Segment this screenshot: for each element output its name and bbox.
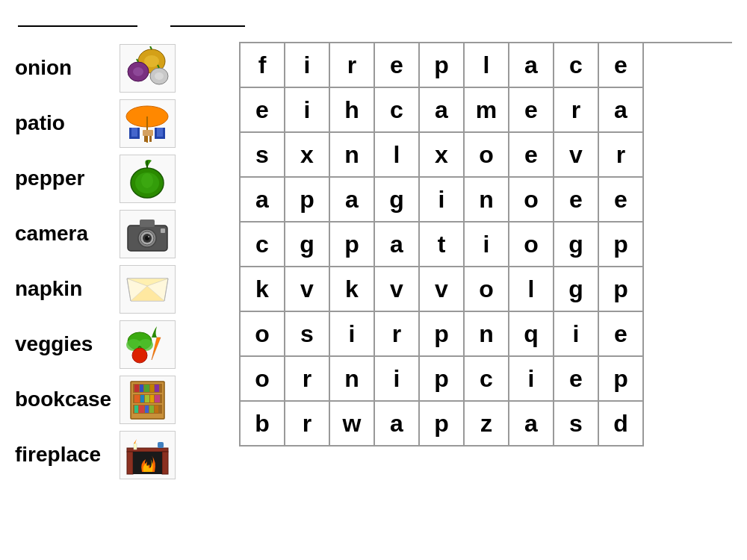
grid-cell[interactable]: o xyxy=(465,133,509,178)
grid-cell[interactable]: o xyxy=(509,178,554,223)
grid-cell[interactable]: g xyxy=(554,223,599,267)
grid-cell[interactable]: c xyxy=(554,43,599,88)
grid-cell[interactable]: r xyxy=(330,43,375,88)
grid-cell[interactable]: s xyxy=(285,312,330,357)
grid-cell[interactable]: a xyxy=(420,88,465,133)
grid-cell[interactable]: i xyxy=(285,43,330,88)
grid-cell[interactable]: i xyxy=(420,178,465,223)
grid-cell[interactable]: c xyxy=(465,357,509,402)
fireplace-icon xyxy=(123,433,172,476)
grid-cell[interactable]: i xyxy=(509,357,554,402)
grid-cell[interactable]: a xyxy=(375,402,420,447)
grid-cell[interactable]: p xyxy=(330,223,375,267)
grid-cell[interactable]: d xyxy=(599,402,644,447)
grid-cell[interactable]: e xyxy=(241,88,285,133)
name-field xyxy=(15,15,137,27)
svg-rect-27 xyxy=(140,220,155,227)
grid-cell[interactable]: g xyxy=(375,178,420,223)
grid-cell[interactable]: b xyxy=(241,402,285,447)
grid-cell[interactable]: c xyxy=(241,223,285,267)
list-item: onion xyxy=(15,42,224,94)
grid-cell[interactable]: p xyxy=(420,402,465,447)
grid-cell[interactable]: e xyxy=(599,43,644,88)
grid-cell[interactable]: c xyxy=(375,88,420,133)
grid-cell[interactable]: k xyxy=(330,267,375,312)
grid-cell[interactable]: i xyxy=(554,312,599,357)
grid-cell[interactable]: e xyxy=(509,88,554,133)
grid-cell[interactable]: i xyxy=(285,88,330,133)
grid-cell[interactable]: l xyxy=(375,133,420,178)
word-label-pepper: pepper xyxy=(15,167,112,190)
grid-cell[interactable]: r xyxy=(285,357,330,402)
grid-cell[interactable]: v xyxy=(554,133,599,178)
grid-cell[interactable]: h xyxy=(330,88,375,133)
grid-cell[interactable]: r xyxy=(599,133,644,178)
grid-cell[interactable]: p xyxy=(420,312,465,357)
svg-rect-63 xyxy=(127,448,168,452)
grid-cell[interactable]: x xyxy=(285,133,330,178)
grid-cell[interactable]: i xyxy=(330,312,375,357)
grid-cell[interactable]: w xyxy=(330,402,375,447)
grid-cell[interactable]: g xyxy=(285,223,330,267)
grid-cell[interactable]: p xyxy=(599,223,644,267)
grid-cell[interactable]: t xyxy=(420,223,465,267)
grid-cell[interactable]: n xyxy=(465,178,509,223)
svg-rect-61 xyxy=(149,405,154,413)
grid-cell[interactable]: p xyxy=(420,43,465,88)
grid-cell[interactable]: p xyxy=(599,267,644,312)
grid-cell[interactable]: r xyxy=(554,88,599,133)
image-patio xyxy=(120,99,176,148)
grid-cell[interactable]: e xyxy=(599,312,644,357)
grid-cell[interactable]: m xyxy=(465,88,509,133)
grid-cell[interactable]: i xyxy=(375,357,420,402)
svg-rect-59 xyxy=(139,405,144,413)
grid-cell[interactable]: p xyxy=(285,178,330,223)
grid-cell[interactable]: a xyxy=(599,88,644,133)
grid-cell[interactable]: o xyxy=(241,357,285,402)
grid-cell[interactable]: n xyxy=(465,312,509,357)
grid-cell[interactable]: s xyxy=(554,402,599,447)
grid-cell[interactable]: z xyxy=(465,402,509,447)
bookcase-icon xyxy=(123,378,172,421)
grid-cell[interactable]: a xyxy=(241,178,285,223)
grid-cell[interactable]: v xyxy=(420,267,465,312)
grid-cell[interactable]: o xyxy=(241,312,285,357)
grid-cell[interactable]: a xyxy=(509,43,554,88)
grid-cell[interactable]: a xyxy=(330,178,375,223)
grid-cell[interactable]: v xyxy=(375,267,420,312)
grid-cell[interactable]: g xyxy=(554,267,599,312)
grid-cell[interactable]: f xyxy=(241,43,285,88)
svg-rect-52 xyxy=(155,385,159,392)
grid-cell[interactable]: a xyxy=(509,402,554,447)
word-label-patio: patio xyxy=(15,111,112,135)
svg-rect-49 xyxy=(140,385,143,392)
image-fireplace xyxy=(120,431,176,479)
grid-cell[interactable]: r xyxy=(375,312,420,357)
grid-cell[interactable]: n xyxy=(330,133,375,178)
grid-cell[interactable]: p xyxy=(599,357,644,402)
grid-cell[interactable]: q xyxy=(509,312,554,357)
svg-point-7 xyxy=(155,72,164,80)
grid-cell[interactable]: e xyxy=(599,178,644,223)
grid-cell[interactable]: k xyxy=(241,267,285,312)
word-label-bookcase: bookcase xyxy=(15,388,112,411)
grid-cell[interactable]: a xyxy=(375,223,420,267)
grid-cell[interactable]: e xyxy=(375,43,420,88)
grid-cell[interactable]: x xyxy=(420,133,465,178)
grid-cell[interactable]: s xyxy=(241,133,285,178)
grid-cell[interactable]: r xyxy=(285,402,330,447)
grid-cell[interactable]: e xyxy=(509,133,554,178)
grid-cell[interactable]: p xyxy=(420,357,465,402)
grid-cell[interactable]: o xyxy=(465,267,509,312)
grid-cell[interactable]: i xyxy=(465,223,509,267)
image-bookcase xyxy=(120,376,176,424)
grid-cell[interactable]: l xyxy=(465,43,509,88)
grid-cell[interactable]: l xyxy=(509,267,554,312)
grid-cell[interactable]: e xyxy=(554,357,599,402)
grid-cell[interactable]: e xyxy=(554,178,599,223)
name-input-line xyxy=(18,15,137,27)
grid-cell[interactable]: v xyxy=(285,267,330,312)
grid-cell[interactable]: o xyxy=(509,223,554,267)
word-label-fireplace: fireplace xyxy=(15,443,112,467)
grid-cell[interactable]: n xyxy=(330,357,375,402)
